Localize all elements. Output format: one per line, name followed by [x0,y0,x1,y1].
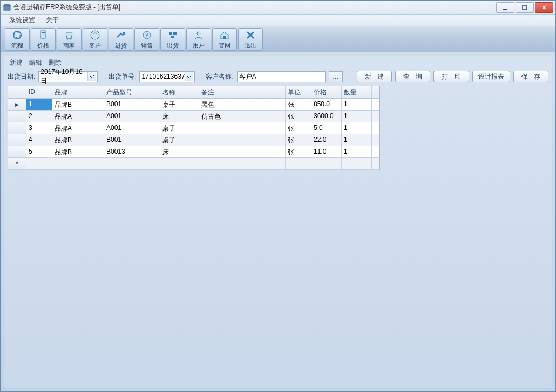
cell-name[interactable]: 桌子 [160,99,199,110]
col-unit[interactable]: 单位 [286,86,311,98]
grid-header: ID 品牌 产品型号 名称 备注 单位 价格 数量 [8,86,379,99]
cell-name[interactable] [160,158,199,169]
col-qty[interactable]: 数量 [342,86,372,98]
cell-unit[interactable] [286,158,311,169]
cell-id[interactable]: 3 [26,122,52,134]
cell-remark[interactable]: 黑色 [199,99,286,110]
cell-price[interactable]: 5.0 [311,122,342,134]
cell-price[interactable]: 850.0 [311,99,342,110]
col-brand[interactable]: 品牌 [52,86,104,98]
cell-name[interactable]: 桌子 [160,122,199,134]
cell-price[interactable]: 3600.0 [311,111,342,122]
table-row[interactable]: 1品牌BB001桌子黑色张850.01 [8,99,379,111]
new-button[interactable]: 新 建 [357,71,392,82]
cell-price[interactable]: 22.0 [311,134,342,146]
row-header[interactable] [8,146,26,157]
minimize-button[interactable] [496,2,514,13]
customer-lookup-button[interactable]: ... [329,71,343,82]
cell-price[interactable]: 11.0 [311,146,342,157]
cell-qty[interactable] [342,158,372,169]
col-name[interactable]: 名称 [160,86,199,98]
close-button[interactable] [535,2,553,13]
cell-model[interactable]: B0013 [104,146,160,157]
cell-unit[interactable]: 张 [286,122,311,134]
ship-date-picker[interactable]: 2017年10月16日 [38,71,98,82]
row-header[interactable] [8,134,26,146]
cell-brand[interactable]: 品牌A [52,122,104,134]
cell-qty[interactable]: 1 [342,122,372,134]
toolbar-purchase[interactable]: 进货 [109,28,133,51]
cell-brand[interactable] [52,158,104,169]
cell-remark[interactable]: 仿古色 [199,111,286,122]
col-price[interactable]: 价格 [311,86,342,98]
print-button[interactable]: 打 印 [433,71,469,82]
cell-id[interactable]: 5 [26,146,52,157]
cell-qty[interactable]: 1 [342,111,372,122]
row-header[interactable] [8,158,26,169]
toolbar-price[interactable]: 价格 [31,28,56,51]
toolbar-customer-label: 客户 [89,42,101,50]
toolbar-user[interactable]: 用户 [186,28,211,51]
cell-model[interactable]: B001 [104,134,160,146]
cell-remark[interactable] [199,122,286,134]
cell-remark[interactable] [199,134,286,146]
cell-qty[interactable]: 1 [342,134,372,146]
cell-id[interactable]: 4 [26,134,52,146]
cell-brand[interactable]: 品牌B [52,134,104,146]
cell-name[interactable]: 床 [160,146,199,157]
query-button[interactable]: 查 询 [395,71,430,82]
row-header[interactable] [8,111,26,122]
maximize-button[interactable] [516,2,534,13]
table-row[interactable]: 5品牌BB0013床张11.01 [8,146,379,158]
cell-id[interactable]: 2 [26,111,52,122]
cell-name[interactable]: 床 [160,111,199,122]
table-row[interactable]: 3品牌AA001桌子张5.01 [8,122,379,134]
toolbar-flow[interactable]: 流程 [5,28,30,51]
cell-price[interactable] [311,158,342,169]
cell-qty[interactable]: 1 [342,99,372,110]
menu-settings[interactable]: 系统设置 [4,15,40,26]
ship-no-combo[interactable]: 171016213637 [139,71,195,82]
cell-model[interactable] [104,158,160,169]
toolbar-exit[interactable]: 退出 [238,28,263,51]
toolbar-sales[interactable]: ¥ 销售 [134,28,159,51]
cell-unit[interactable]: 张 [286,99,311,110]
data-grid[interactable]: ID 品牌 产品型号 名称 备注 单位 价格 数量 1品牌BB001桌子黑色张8… [8,86,380,170]
toolbar-customer[interactable]: 客户 [83,28,107,51]
ship-date-label: 出货日期: [8,72,35,81]
cell-remark[interactable] [199,158,286,169]
col-remark[interactable]: 备注 [199,86,286,98]
cell-unit[interactable]: 张 [286,146,311,157]
row-header[interactable] [8,99,26,110]
cell-model[interactable]: B001 [104,99,160,110]
cell-qty[interactable]: 1 [342,146,372,157]
cell-brand[interactable]: 品牌B [52,99,104,110]
row-header[interactable] [8,122,26,134]
svg-rect-13 [173,32,177,35]
design-report-button[interactable]: 设计报表 [472,71,510,82]
toolbar-shipment[interactable]: 出货 [160,28,185,51]
cell-remark[interactable] [199,146,286,157]
table-row[interactable]: 2品牌AA001床仿古色张3600.01 [8,111,379,122]
cell-id[interactable]: 1 [26,99,52,110]
cell-brand[interactable]: 品牌A [52,111,104,122]
cell-unit[interactable]: 张 [286,134,311,146]
table-row[interactable]: 4品牌BB001桌子张22.01 [8,134,379,146]
col-id[interactable]: ID [26,86,52,98]
col-model[interactable]: 产品型号 [104,86,160,98]
cell-name[interactable]: 桌子 [160,134,199,146]
toolbar-website[interactable]: 官网 [212,28,237,51]
save-button[interactable]: 保 存 [513,71,548,82]
cell-unit[interactable]: 张 [286,111,311,122]
home-icon [219,29,230,41]
cell-id[interactable] [26,158,52,169]
toolbar-merchant[interactable]: 商家 [57,28,82,51]
cell-model[interactable]: A001 [104,111,160,122]
customer-input[interactable]: 客户A [237,71,326,82]
cell-model[interactable]: A001 [104,122,160,134]
app-window: 会贤进销存ERP系统免费版 - [出货单] 系统设置 关于 流程 价格 [0,0,556,392]
menubar: 系统设置 关于 [1,15,555,26]
menu-about[interactable]: 关于 [40,15,64,26]
table-row-new[interactable] [8,158,379,170]
cell-brand[interactable]: 品牌B [52,146,104,157]
